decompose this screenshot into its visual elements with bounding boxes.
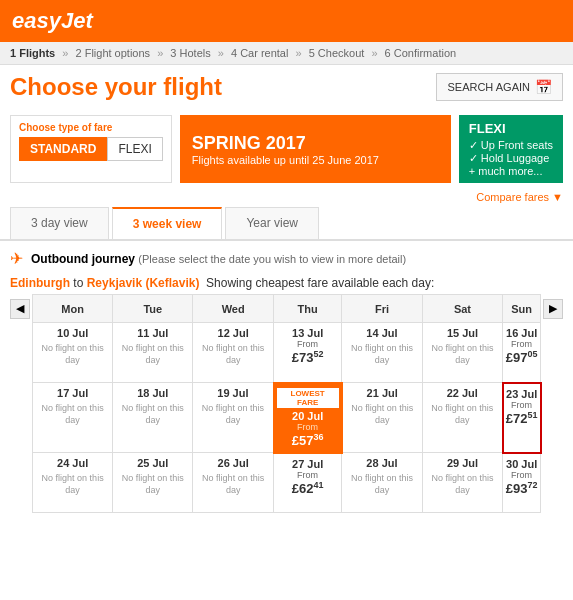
journey-row: ✈ Outbound journey (Please select the da… (0, 241, 573, 272)
cell-29jul[interactable]: 29 Jul No flight on this day (422, 453, 503, 513)
cell-17jul[interactable]: 17 Jul No flight on this day (33, 383, 113, 453)
route-from: Edinburgh (10, 276, 70, 290)
flexi-item-3: + much more... (469, 165, 553, 177)
calendar-icon: 📅 (535, 79, 552, 95)
journey-label: Outbound journey (Please select the date… (31, 252, 406, 266)
cell-13jul[interactable]: 13 Jul From £7352 (274, 323, 342, 383)
route-row: Edinburgh to Reykjavik (Keflavik) Showin… (0, 272, 573, 294)
cell-14jul[interactable]: 14 Jul No flight on this day (342, 323, 423, 383)
cell-16jul[interactable]: 16 Jul From £9705 (503, 323, 541, 383)
fare-buttons: STANDARD FLEXI (19, 137, 163, 161)
header: easyJet (0, 0, 573, 42)
breadcrumb-step-5[interactable]: 5 Checkout (309, 47, 365, 59)
cell-24jul[interactable]: 24 Jul No flight on this day (33, 453, 113, 513)
breadcrumb-step-3[interactable]: 3 Hotels (170, 47, 210, 59)
cell-21jul[interactable]: 21 Jul No flight on this day (342, 383, 423, 453)
flexi-item-1: ✓ Up Front seats (469, 139, 553, 152)
compare-fares: Compare fares ▼ (0, 189, 573, 207)
breadcrumb-step-6[interactable]: 6 Confirmation (385, 47, 457, 59)
breadcrumb: 1 Flights » 2 Flight options » 3 Hotels … (0, 42, 573, 65)
compare-fares-link[interactable]: Compare fares ▼ (476, 191, 563, 203)
tab-year[interactable]: Year view (225, 207, 319, 239)
calendar: ◀ Mon Tue Wed Thu Fri Sat Sun ▶ 10 Jul (0, 294, 573, 523)
flexi-button[interactable]: FLEXI (107, 137, 162, 161)
cell-11jul[interactable]: 11 Jul No flight on this day (113, 323, 193, 383)
route-to: Reykjavik (Keflavik) (87, 276, 200, 290)
tab-3week[interactable]: 3 week view (112, 207, 223, 239)
calendar-table: ◀ Mon Tue Wed Thu Fri Sat Sun ▶ 10 Jul (8, 294, 565, 513)
cell-20jul-lowest[interactable]: LOWEST FARE 20 Jul From £5736 (274, 383, 342, 453)
promo-subtitle: Flights available up until 25 June 2017 (192, 154, 379, 166)
cell-15jul[interactable]: 15 Jul No flight on this day (422, 323, 503, 383)
plane-icon: ✈ (10, 249, 23, 268)
cell-12jul[interactable]: 12 Jul No flight on this day (193, 323, 274, 383)
col-header-tue: Tue (113, 295, 193, 323)
table-row: 10 Jul No flight on this day 11 Jul No f… (8, 323, 565, 383)
cell-25jul[interactable]: 25 Jul No flight on this day (113, 453, 193, 513)
flexi-title: FLEXI (469, 121, 553, 136)
col-header-sun: Sun (503, 295, 541, 323)
tab-3day[interactable]: 3 day view (10, 207, 109, 239)
cell-19jul[interactable]: 19 Jul No flight on this day (193, 383, 274, 453)
standard-button[interactable]: STANDARD (19, 137, 107, 161)
cell-27jul[interactable]: 27 Jul From £6241 (274, 453, 342, 513)
cell-26jul[interactable]: 26 Jul No flight on this day (193, 453, 274, 513)
cell-18jul[interactable]: 18 Jul No flight on this day (113, 383, 193, 453)
breadcrumb-step-2[interactable]: 2 Flight options (75, 47, 150, 59)
logo: easyJet (12, 8, 93, 33)
page-title-row: Choose your flight SEARCH AGAIN 📅 (0, 65, 573, 109)
nav-prev-cell: ◀ (8, 295, 33, 323)
col-header-wed: Wed (193, 295, 274, 323)
fare-type-box: Choose type of fare STANDARD FLEXI (10, 115, 172, 183)
route-suffix: Showing cheapest fare available each day… (203, 276, 435, 290)
col-header-fri: Fri (342, 295, 423, 323)
view-tabs: 3 day view 3 week view Year view (0, 207, 573, 241)
promo-title: SPRING 2017 (192, 133, 379, 154)
nav-next-cell: ▶ (541, 295, 566, 323)
fare-promo-row: Choose type of fare STANDARD FLEXI SPRIN… (0, 109, 573, 189)
breadcrumb-step-4[interactable]: 4 Car rental (231, 47, 288, 59)
search-again-button[interactable]: SEARCH AGAIN 📅 (436, 73, 563, 101)
calendar-next-button[interactable]: ▶ (543, 299, 563, 319)
cell-23jul-selected[interactable]: 23 Jul From £7251 (503, 383, 541, 453)
page-title: Choose your flight (10, 73, 222, 101)
cell-10jul[interactable]: 10 Jul No flight on this day (33, 323, 113, 383)
cell-30jul[interactable]: 30 Jul From £9372 (503, 453, 541, 513)
promo-content: SPRING 2017 Flights available up until 2… (192, 133, 379, 166)
breadcrumb-step-1[interactable]: 1 Flights (10, 47, 55, 59)
cell-22jul[interactable]: 22 Jul No flight on this day (422, 383, 503, 453)
flexi-benefits-box: FLEXI ✓ Up Front seats ✓ Hold Luggage + … (459, 115, 563, 183)
col-header-mon: Mon (33, 295, 113, 323)
fare-type-label: Choose type of fare (19, 122, 163, 133)
col-header-thu: Thu (274, 295, 342, 323)
flexi-item-2: ✓ Hold Luggage (469, 152, 553, 165)
calendar-prev-button[interactable]: ◀ (10, 299, 30, 319)
table-row: 17 Jul No flight on this day 18 Jul No f… (8, 383, 565, 453)
cell-28jul[interactable]: 28 Jul No flight on this day (342, 453, 423, 513)
table-row: 24 Jul No flight on this day 25 Jul No f… (8, 453, 565, 513)
promo-box: SPRING 2017 Flights available up until 2… (180, 115, 451, 183)
col-header-sat: Sat (422, 295, 503, 323)
